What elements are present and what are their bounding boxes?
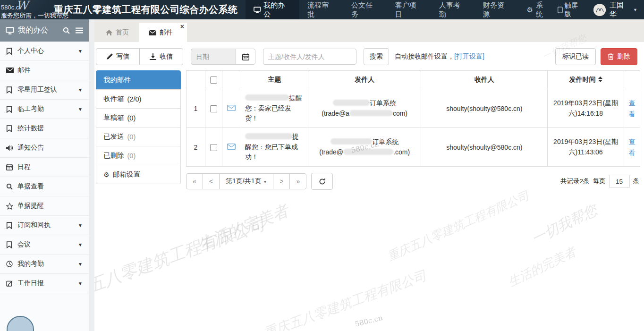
nav-item-hr[interactable]: 人事考勤 [431, 0, 475, 19]
sidebar-item-mail[interactable]: 邮件 [0, 61, 89, 80]
nav-item-my-office[interactable]: 我的办公 [246, 0, 300, 19]
sidebar-item-my-attendance[interactable]: 我的考勤 ▼ [0, 255, 89, 274]
open-settings-link[interactable]: [打开设置] [454, 52, 484, 60]
sidebar-item-schedule[interactable]: 日程 [0, 158, 89, 177]
page-last-button[interactable]: » [289, 173, 306, 189]
tab-label: 邮件 [160, 28, 173, 37]
page-first-button[interactable]: « [186, 173, 203, 189]
main-area: 首页 邮件 × 写信 收信 搜索 自动接收邮件设置，[ [94, 19, 644, 331]
sidebar-item-document-reminder[interactable]: 单据提醒 [0, 196, 89, 216]
sidebar-menu-icon[interactable] [76, 27, 83, 34]
folder-drafts[interactable]: 草稿箱(0) [96, 108, 181, 127]
tab-label: 首页 [116, 28, 129, 37]
folder-count: (0) [127, 152, 136, 160]
mail-time: 2019年03月23日(星期六)14:16:18 [548, 89, 624, 128]
sidebar-item-announcements[interactable]: 通知公告 [0, 138, 89, 158]
date-input[interactable] [191, 49, 236, 65]
user-avatar[interactable] [593, 4, 606, 16]
folder-deleted[interactable]: 已删除(0) [96, 146, 181, 165]
mail-time: 2019年03月23日(星期六)11:43:06 [548, 128, 624, 167]
tab-mail[interactable]: 邮件 × [139, 23, 187, 42]
sort-icon[interactable] [598, 76, 602, 82]
select-all-checkbox[interactable] [210, 76, 217, 84]
page-next-button[interactable]: > [273, 173, 290, 189]
per-page-input[interactable] [609, 175, 630, 188]
calendar-button[interactable] [236, 49, 255, 65]
nav-item-documents[interactable]: 公文任务 [343, 0, 387, 19]
mail-subject[interactable]: 提醒您：您已下单成功！ [241, 128, 308, 167]
sidebar-item-label: 单据查看 [17, 182, 44, 191]
page-indicator[interactable]: 第1页/共1页▼ [219, 173, 273, 189]
sidebar-item-label: 工作日报 [17, 279, 44, 288]
header-recipient: 收件人 [421, 71, 548, 89]
close-icon[interactable]: × [180, 23, 184, 30]
sidebar-item-daily-report[interactable]: 工作日报 ▼ [0, 274, 89, 293]
toolbar-right: 标识已读 删除 [555, 48, 637, 65]
caret-down-icon: ▼ [78, 87, 83, 93]
table-row: 2 提醒您：您已下单成功！ 订单系统(trade@.com) shoulty(s… [186, 128, 640, 167]
total-records-label: 共记录2条 [560, 177, 590, 186]
touch-version-button[interactable]: 触屏版 [558, 1, 584, 18]
sidebar-item-subscriptions[interactable]: 订阅和回执 ▼ [0, 216, 89, 235]
row-checkbox[interactable] [210, 105, 217, 112]
nav-item-customers[interactable]: 客户项目 [387, 0, 431, 19]
mail-sender: 订单系统(trade@.com) [308, 128, 421, 167]
sender-email: (trade@ [319, 148, 343, 156]
sidebar-item-casual-labor-sign[interactable]: 零星用工签认 ▼ [0, 80, 89, 100]
row-index: 2 [186, 128, 205, 167]
folder-my-mail[interactable]: 我的邮件 [96, 70, 181, 90]
sidebar-title: 我的办公 [18, 25, 57, 35]
sidebar-item-document-view[interactable]: 单据查看 [0, 177, 89, 196]
mail-subject[interactable]: 提醒您：卖家已经发货！ [241, 89, 308, 128]
bookmark-icon [6, 106, 17, 113]
receive-button[interactable]: 收信 [139, 48, 183, 65]
compose-receive-group: 写信 收信 [96, 48, 183, 65]
compose-button[interactable]: 写信 [96, 48, 140, 65]
search-input[interactable] [263, 49, 356, 65]
nav-item-label: 财务资源 [483, 1, 511, 19]
nav-item-label: 客户项目 [395, 1, 423, 19]
sidebar-item-temp-attendance[interactable]: 临工考勤 ▼ [0, 100, 89, 119]
nav-item-system[interactable]: ⚙ 系统 [519, 0, 558, 19]
row-checkbox[interactable] [210, 144, 217, 151]
redacted-text [333, 100, 370, 106]
folder-mail-settings[interactable]: ⚙邮箱设置 [96, 165, 181, 184]
mail-table-area: 主题 发件人 收件人 发件时间 1 提醒您：卖家已经发货！ 订单系统(trade… [186, 70, 640, 190]
sidebar: 我的办公 个人中心 ▼ 邮件 零星用工签认 ▼ 临工考勤 ▼ 统计数据 通知公告… [0, 19, 89, 331]
clock-icon [6, 261, 17, 267]
nav-item-label: 我的办公 [263, 1, 291, 19]
sidebar-item-label: 邮件 [17, 66, 31, 75]
header-time[interactable]: 发件时间 [548, 71, 624, 89]
gear-icon: ⚙ [103, 171, 110, 178]
nav-item-workflow[interactable]: 流程审批 [299, 0, 343, 19]
tab-bar: 首页 邮件 × [94, 19, 644, 42]
header-icon-cell [222, 71, 241, 89]
chevron-down-icon[interactable]: ▼ [633, 8, 637, 12]
view-link[interactable]: 查看 [628, 136, 636, 158]
sidebar-search-icon[interactable] [63, 27, 70, 34]
page-prev-button[interactable]: < [203, 173, 220, 189]
mark-read-button[interactable]: 标识已读 [555, 48, 596, 65]
pagination: « < 第1页/共1页▼ > » [186, 173, 306, 189]
tab-home[interactable]: 首页 [96, 23, 139, 42]
sidebar-item-personal-center[interactable]: 个人中心 ▼ [0, 42, 89, 61]
folder-inbox[interactable]: 收件箱(2/0) [96, 89, 181, 109]
user-name[interactable]: 王国华 [610, 1, 630, 19]
search-button[interactable]: 搜索 [364, 48, 389, 65]
sidebar-item-label: 统计数据 [17, 124, 44, 133]
download-icon [150, 53, 156, 60]
trash-icon [608, 53, 614, 60]
table-footer: « < 第1页/共1页▼ > » 共记录2条 每页 条 [186, 173, 640, 190]
sidebar-scrollbar[interactable] [89, 19, 94, 331]
refresh-button[interactable] [311, 173, 333, 190]
view-link[interactable]: 查看 [628, 98, 636, 119]
nav-item-finance[interactable]: 财务资源 [475, 0, 519, 19]
mail-table: 主题 发件人 收件人 发件时间 1 提醒您：卖家已经发货！ 订单系统(trade… [186, 70, 640, 167]
sidebar-item-statistics[interactable]: 统计数据 [0, 119, 89, 138]
folder-sent[interactable]: 已发送(0) [96, 127, 181, 146]
sender-email: (trade@a [322, 110, 349, 117]
envelope-icon [227, 105, 236, 111]
monitor-icon [254, 7, 261, 13]
sidebar-item-meetings[interactable]: 会议 ▼ [0, 235, 89, 255]
delete-button[interactable]: 删除 [601, 48, 637, 65]
